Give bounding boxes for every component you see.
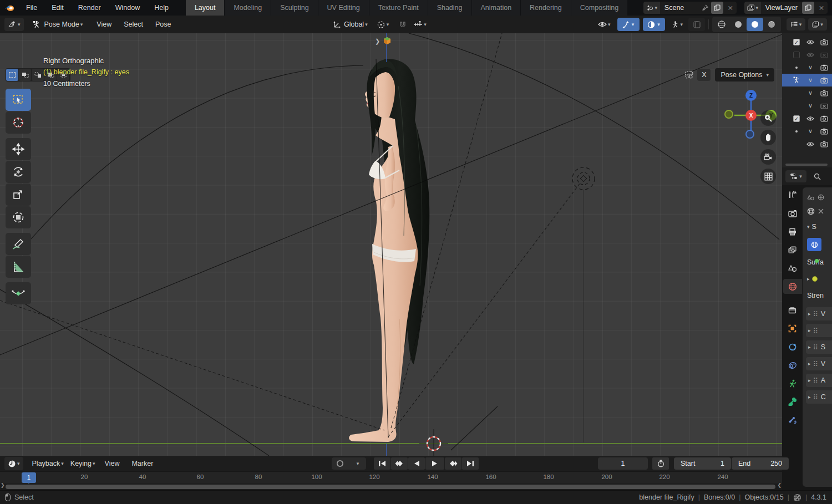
tab-layout[interactable]: Layout	[186, 0, 225, 16]
tab-shading[interactable]: Shading	[428, 0, 471, 16]
eye-open-icon[interactable]	[806, 39, 815, 45]
eye-open-icon[interactable]	[806, 141, 815, 147]
blender-logo-icon[interactable]	[0, 4, 19, 12]
camera-icon[interactable]	[820, 115, 829, 122]
tab-render-icon[interactable]	[783, 206, 802, 221]
frame-start-field[interactable]: Start1	[674, 457, 731, 470]
chevron-down-icon[interactable]: ∨	[806, 102, 815, 109]
pose-breakdowner-tool[interactable]	[6, 282, 31, 304]
eye-open-icon[interactable]	[806, 52, 815, 58]
outliner-row[interactable]: ✓	[782, 112, 832, 125]
auto-keying-dropdown[interactable]: ▾	[349, 457, 366, 470]
collapsed-panel-header[interactable]: ▸⠿V	[806, 357, 832, 370]
playback-menu[interactable]: Playback▾	[29, 457, 67, 470]
gizmo-z-axis[interactable]: Z	[745, 90, 757, 101]
camera-icon[interactable]	[820, 39, 829, 45]
show-overlays-toggle[interactable]: ▾	[643, 18, 665, 31]
dot[interactable]	[792, 130, 801, 133]
gizmo-x-axis[interactable]: X	[745, 110, 757, 121]
tab-collection-icon[interactable]	[783, 303, 802, 318]
gizmo-z-neg-axis[interactable]	[745, 130, 754, 139]
frame-end-field[interactable]: End250	[732, 457, 789, 470]
tab-bone-icon[interactable]	[783, 394, 802, 409]
snap-settings-dropdown[interactable]: ▾	[410, 18, 430, 31]
xray-toggle[interactable]	[688, 18, 705, 31]
timeline-scrollbar[interactable]: ❯ ❮	[0, 483, 782, 490]
world-shader-button[interactable]	[807, 238, 821, 251]
tab-uv-editing[interactable]: UV Editing	[318, 0, 369, 16]
outliner-display-mode-dropdown[interactable]: ▾	[787, 18, 805, 30]
outliner-row[interactable]: ✓	[782, 35, 832, 48]
gizmo-y-neg-axis[interactable]	[724, 110, 733, 119]
current-frame-indicator[interactable]: 1	[22, 472, 36, 483]
select-box-icon[interactable]	[19, 69, 31, 81]
tab-tool-icon[interactable]	[783, 187, 802, 202]
jump-to-end-button[interactable]	[462, 457, 479, 470]
checkbox-empty[interactable]	[792, 52, 801, 58]
menu-file[interactable]: File	[19, 0, 44, 16]
tab-modeling[interactable]: Modeling	[225, 0, 271, 16]
mirror-x-button[interactable]: X	[697, 69, 711, 81]
menu-edit[interactable]: Edit	[44, 0, 71, 16]
shading-rendered-icon[interactable]	[763, 18, 780, 31]
pose-options-dropdown[interactable]: Pose Options▾	[715, 68, 774, 82]
unlink-x-icon[interactable]	[818, 208, 824, 215]
tab-physics-icon[interactable]	[783, 339, 802, 354]
select-tweak-icon[interactable]	[6, 69, 18, 81]
prev-keyframe-button[interactable]	[391, 457, 408, 470]
use-preview-range-icon[interactable]	[652, 457, 669, 470]
color-swatch-icon[interactable]	[812, 276, 818, 282]
tab-world-icon[interactable]	[783, 279, 802, 294]
outliner-row[interactable]	[782, 48, 832, 61]
tab-object-icon[interactable]	[783, 321, 802, 336]
mirror-icon[interactable]	[684, 70, 694, 79]
search-icon[interactable]	[814, 173, 821, 180]
properties-editor-type-dropdown[interactable]: ▾	[785, 170, 806, 182]
camera-icon[interactable]	[820, 128, 829, 135]
tab-view-layer-icon[interactable]	[783, 242, 802, 257]
tab-bone-constraints-icon[interactable]	[783, 413, 802, 427]
camera-icon[interactable]	[820, 90, 829, 96]
breadcrumb-world-icon[interactable]	[818, 194, 824, 201]
measure-tool[interactable]	[6, 256, 31, 278]
pin-icon[interactable]	[699, 2, 711, 14]
menu-window[interactable]: Window	[108, 0, 147, 16]
tab-sculpting[interactable]: Sculpting	[271, 0, 317, 16]
chevron-down-icon[interactable]: ∨	[806, 89, 815, 96]
world-data-icon[interactable]	[807, 207, 815, 215]
pose-overlay-dropdown[interactable]: ▾	[668, 18, 687, 31]
camera-icon[interactable]	[820, 141, 829, 147]
scene-browse-icon[interactable]: ▾	[643, 2, 660, 14]
shading-wireframe-icon[interactable]	[713, 18, 730, 31]
outliner-filter-dropdown[interactable]: ▾	[808, 18, 827, 30]
pivot-point-dropdown[interactable]: ▾	[373, 18, 393, 31]
zoom-icon[interactable]	[760, 110, 776, 126]
camera-view-icon[interactable]	[760, 149, 776, 165]
tab-scene-icon[interactable]	[783, 261, 802, 276]
tab-constraints-icon[interactable]	[783, 358, 802, 373]
next-keyframe-button[interactable]	[445, 457, 461, 470]
camera-icon[interactable]	[820, 77, 829, 84]
collapsed-panel-header[interactable]: ▸⠿A	[806, 374, 832, 387]
keying-menu[interactable]: Keying▾	[67, 457, 99, 470]
show-gizmo-toggle[interactable]: ▾	[617, 18, 640, 31]
mode-dropdown[interactable]: Pose Mode ▾	[29, 18, 87, 31]
auto-keying-record-icon[interactable]	[332, 457, 348, 470]
outliner-row[interactable]: ∨	[782, 86, 832, 99]
move-tool[interactable]	[6, 138, 31, 160]
timeline-view-menu[interactable]: View	[99, 460, 126, 467]
transform-orientation-dropdown[interactable]: Global ▾	[329, 18, 371, 31]
pose-figure-icon[interactable]	[792, 77, 801, 84]
collapsed-panel-header[interactable]: ▸⠿V	[806, 307, 832, 320]
eye-open-icon[interactable]	[806, 116, 815, 121]
tab-object-data-icon[interactable]	[783, 376, 802, 391]
outliner-row[interactable]: ∨	[782, 74, 832, 86]
viewlayer-name[interactable]: ViewLayer	[761, 4, 802, 12]
transform-tool[interactable]	[6, 206, 31, 228]
timeline-ruler[interactable]: 1 20406080100120140160180200220240	[0, 471, 782, 483]
chevron-down-icon[interactable]: ∨	[806, 64, 815, 71]
tab-output-icon[interactable]	[783, 224, 802, 239]
outliner-row[interactable]: ∨	[782, 125, 832, 138]
delete-scene-icon[interactable]: ✕	[724, 2, 737, 14]
select-box-tool[interactable]	[6, 89, 31, 111]
